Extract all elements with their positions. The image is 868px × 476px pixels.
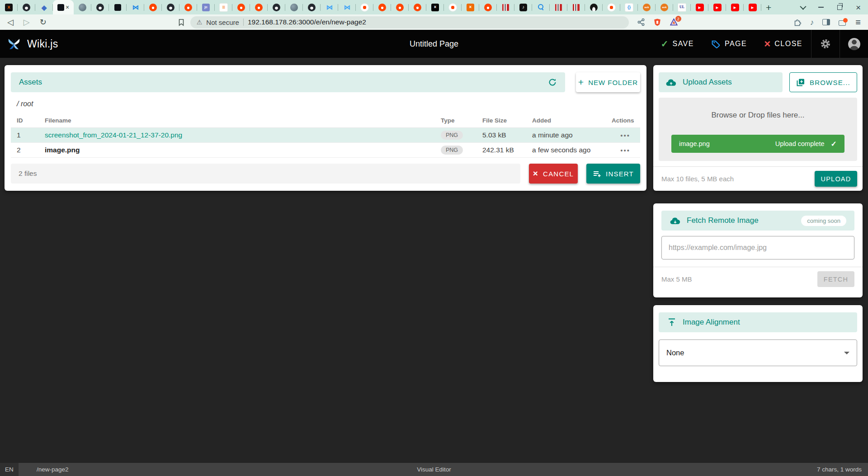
sidebar-icon[interactable] — [822, 19, 830, 25]
browser-tab[interactable] — [391, 0, 409, 14]
browser-tab[interactable] — [550, 0, 567, 14]
browser-tab[interactable]: ≡ — [215, 0, 232, 14]
browser-tab[interactable] — [268, 0, 285, 14]
browser-tab[interactable] — [479, 0, 497, 14]
github-favicon — [96, 4, 104, 11]
browser-tab[interactable] — [585, 0, 603, 14]
upload-status: Upload complete — [775, 140, 825, 147]
media-control-icon[interactable]: ♪ — [810, 19, 814, 26]
new-folder-button[interactable]: + NEW FOLDER — [576, 72, 640, 92]
forward-icon[interactable]: ▷ — [24, 18, 30, 26]
browser-tab[interactable] — [409, 0, 426, 14]
restore-window-icon[interactable] — [837, 5, 842, 10]
minimize-icon[interactable] — [818, 7, 824, 8]
address-bar[interactable]: ⚠ Not secure 192.168.178.26:3000/e/en/ne… — [190, 16, 629, 28]
browser-tab[interactable]: ♪ — [514, 0, 532, 14]
account-button[interactable] — [840, 30, 868, 58]
browser-tab[interactable]: ⋈ — [127, 0, 144, 14]
back-icon[interactable]: ◁ — [7, 18, 14, 26]
asset-filename-link[interactable]: screenshot_from_2024-01-21_12-37-20.png — [45, 131, 182, 139]
browser-tab[interactable]: × — [426, 0, 444, 14]
insert-button[interactable]: INSERT — [586, 164, 640, 184]
plus-icon: + — [578, 77, 584, 87]
browser-tab[interactable]: ◆ — [35, 0, 53, 14]
asset-filename[interactable]: image.png — [45, 146, 80, 154]
remote-image-url-input[interactable] — [661, 236, 854, 259]
extensions-puzzle-icon[interactable] — [793, 18, 802, 26]
reload-icon[interactable]: ↻ — [40, 18, 47, 26]
dropzone[interactable]: Browse or Drop files here... image.png U… — [659, 98, 857, 161]
browser-toolbar: ◁ ▷ ↻ ⚠ Not secure 192.168.178.26:3000/e… — [0, 14, 868, 30]
file-type-badge: PNG — [441, 146, 463, 155]
browser-tab[interactable] — [18, 0, 35, 14]
browser-tab[interactable] — [144, 0, 162, 14]
bookmark-icon[interactable] — [178, 19, 185, 26]
browser-tab[interactable]: ▶ — [708, 0, 726, 14]
browser-tab[interactable] — [356, 0, 373, 14]
brave-rewards-icon[interactable]: 2 — [670, 18, 678, 26]
browser-tab[interactable]: × — [462, 0, 479, 14]
browser-tab[interactable]: ⋈ — [321, 0, 338, 14]
save-button[interactable]: ✓ SAVE — [652, 30, 703, 58]
yt-favicon: ▶ — [749, 4, 757, 11]
browser-tab[interactable] — [109, 0, 127, 14]
browser-tab[interactable]: ask — [656, 0, 673, 14]
browser-tab[interactable]: ⋈ — [338, 0, 356, 14]
browser-tab[interactable]: UL — [673, 0, 691, 14]
redditw-favicon — [448, 3, 457, 12]
browser-tab[interactable] — [373, 0, 391, 14]
refresh-icon[interactable] — [548, 78, 557, 87]
browser-tab[interactable] — [162, 0, 179, 14]
browser-tab[interactable] — [567, 0, 585, 14]
browser-menu-icon[interactable]: ≡ — [855, 18, 861, 27]
browser-tab[interactable]: X — [0, 0, 18, 14]
wiki2-favicon: ⋈ — [343, 4, 351, 11]
browser-tab[interactable]: ▶ — [744, 0, 761, 14]
browse-button[interactable]: BROWSE... — [789, 72, 857, 92]
browser-tab[interactable]: jc — [197, 0, 215, 14]
fetch-button[interactable]: FETCH — [817, 271, 854, 287]
uploaded-file-name: image.png — [679, 140, 710, 147]
browser-tab[interactable] — [303, 0, 321, 14]
alignment-select[interactable]: None — [659, 339, 857, 366]
settings-gear-button[interactable] — [811, 30, 840, 58]
browser-tab[interactable] — [603, 0, 620, 14]
close-editor-button[interactable]: × CLOSE — [755, 30, 811, 58]
page-properties-button[interactable]: PAGE — [703, 30, 755, 58]
browser-tab[interactable] — [250, 0, 268, 14]
share-icon[interactable] — [637, 18, 645, 26]
asset-row[interactable]: 2 image.png PNG 242.31 kB a few seconds … — [11, 143, 640, 158]
browser-tab[interactable] — [285, 0, 303, 14]
url-text[interactable]: 192.168.178.26:3000/e/en/new-page2 — [248, 18, 366, 26]
upload-button[interactable]: UPLOAD — [815, 171, 857, 187]
reddit-favicon — [255, 4, 263, 11]
new-tab-button[interactable]: + — [766, 3, 771, 12]
browser-tab[interactable] — [497, 0, 514, 14]
brave-shield-icon[interactable] — [653, 18, 661, 27]
row-actions-menu-icon[interactable]: ••• — [606, 132, 640, 139]
security-label[interactable]: Not secure — [206, 19, 239, 26]
browser-tab[interactable] — [232, 0, 250, 14]
wallet-icon[interactable] — [839, 19, 847, 26]
browser-tab[interactable] — [74, 0, 91, 14]
browser-tab[interactable]: {} — [620, 0, 638, 14]
tab-close-icon[interactable]: × — [66, 4, 69, 10]
asset-row-selected[interactable]: 1 screenshot_from_2024-01-21_12-37-20.pn… — [11, 127, 640, 143]
browser-tab[interactable] — [444, 0, 462, 14]
close-window-icon[interactable]: × — [856, 3, 861, 12]
active-browser-tab[interactable]: × — [53, 0, 74, 14]
image-alignment-panel: Image Alignment None — [653, 305, 863, 382]
row-actions-menu-icon[interactable]: ••• — [606, 146, 640, 154]
close-x-icon: × — [764, 39, 770, 48]
tab-search-chevron-icon[interactable] — [800, 4, 806, 10]
browser-tab[interactable]: ▶ — [726, 0, 744, 14]
browser-tab[interactable] — [91, 0, 109, 14]
browser-tab[interactable]: ▶ — [691, 0, 708, 14]
browser-tab[interactable] — [179, 0, 197, 14]
reddit-favicon — [378, 4, 386, 11]
jc-favicon: jc — [202, 4, 210, 11]
browser-tab[interactable]: ask — [638, 0, 656, 14]
browser-tab[interactable] — [532, 0, 550, 14]
cancel-button[interactable]: × CANCEL — [529, 164, 578, 184]
music-favicon: ♪ — [519, 4, 527, 11]
